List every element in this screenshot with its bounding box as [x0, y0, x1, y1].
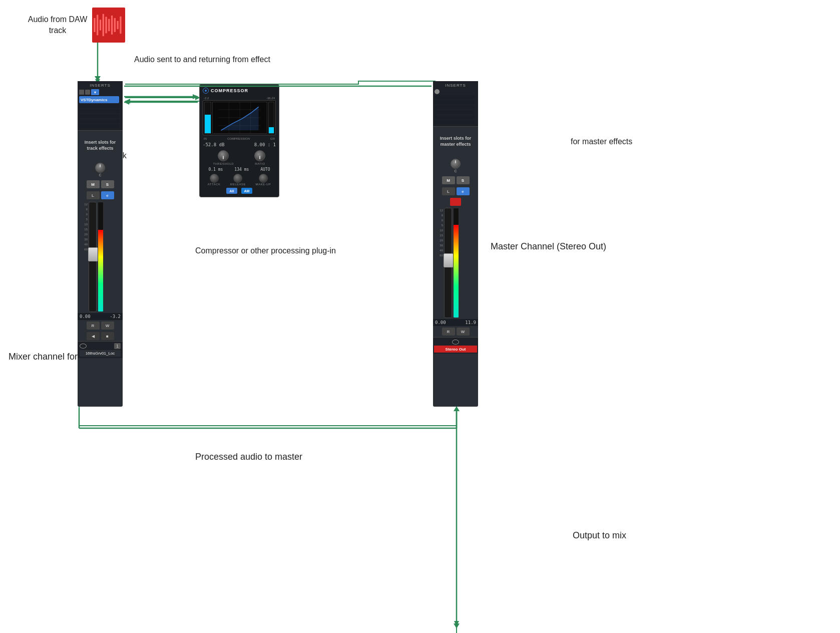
svg-rect-18: [120, 17, 121, 34]
svg-rect-17: [117, 21, 119, 29]
comp-release-time: 134 ms: [234, 167, 249, 172]
stereo-out-name: Stereo Out: [446, 347, 466, 352]
track-solo-button[interactable]: S: [101, 180, 114, 188]
master-eq-button[interactable]: e: [457, 187, 470, 195]
track-le-row: L e: [87, 191, 114, 199]
comp-release-label: RELEASE: [230, 183, 246, 186]
master-pan-label: C: [454, 169, 457, 173]
comp-threshold-val: -52.8 dB: [203, 142, 224, 147]
comp-attack-label: ATTACK: [208, 183, 221, 186]
comp-makeup-label: MAKE-UP: [255, 183, 271, 186]
master-rw-row: R W: [442, 328, 470, 336]
master-peak-value: 11.9: [465, 320, 476, 325]
master-inserts-label: INSERTS: [435, 83, 477, 88]
master-w-button[interactable]: W: [457, 328, 470, 336]
track-link-button[interactable]: L: [87, 191, 100, 199]
svg-rect-9: [94, 18, 95, 32]
comp-attack-group: ATTACK: [208, 174, 221, 186]
svg-marker-27: [95, 76, 101, 81]
compressor-label: Compressor or other processing plug-in: [195, 245, 336, 256]
daw-track-area: Audio from DAW track: [25, 5, 125, 45]
master-clip-indicator: [450, 198, 461, 206]
comp-in-val: -2.2: [204, 97, 209, 100]
svg-rect-14: [108, 19, 110, 32]
comp-ratio-label: RATIO: [255, 162, 265, 165]
audio-sent-label: Audio sent to and returning from effect: [134, 54, 270, 65]
master-inserts-section: INSERTS: [433, 81, 478, 127]
comp-gr-val: -36.24: [266, 97, 275, 100]
master-vu-meter: [453, 208, 459, 318]
track-fader-track[interactable]: [89, 202, 97, 312]
track-plugin-slot[interactable]: VSTDynamics: [79, 96, 119, 103]
comp-gr-label: GR: [270, 137, 275, 140]
comp-threshold-readout: -52.8 dB: [203, 142, 224, 147]
comp-meter-labels: IN COMPRESSION GR: [203, 137, 276, 140]
svg-marker-31: [124, 100, 129, 105]
master-r-button[interactable]: R: [442, 328, 455, 336]
master-fader-track[interactable]: [444, 208, 452, 318]
plugin-name: COMPRESSOR: [211, 88, 248, 93]
plugin-title: COMPRESSOR: [203, 88, 276, 94]
track-transport-row: ◀ ■: [87, 332, 114, 340]
track-mute-button[interactable]: M: [87, 180, 100, 188]
comp-compression-label: COMPRESSION: [227, 137, 250, 140]
comp-attack-time: 0.1 ms: [208, 167, 223, 172]
track-insert-slots-label: Insert slots for track effects: [80, 131, 120, 161]
track-fader-area: 12 6 0 5 10 15 20 30 40 60: [78, 201, 123, 313]
comp-release-val: 134 ms: [234, 167, 249, 172]
track-eq-button[interactable]: e: [101, 191, 114, 199]
comp-vu-in-fill: [205, 115, 211, 133]
track-fader-handle[interactable]: [88, 247, 98, 261]
comp-threshold-knob[interactable]: [218, 150, 229, 161]
svg-marker-36: [454, 406, 460, 411]
track-w-button[interactable]: W: [101, 322, 114, 330]
comp-auto-area: AUTO: [260, 167, 270, 172]
track-pan-label: C: [99, 173, 101, 177]
track-vu-meter: [98, 202, 104, 312]
plugin-power-button[interactable]: [203, 88, 209, 94]
master-mute-button[interactable]: M: [442, 176, 455, 184]
comp-knobs-row: THRESHOLD RATIO: [203, 150, 276, 165]
track-peak-value: -3.2: [110, 314, 121, 319]
comp-attack-knob[interactable]: [210, 174, 219, 183]
waveform-block: [92, 8, 125, 43]
svg-rect-10: [97, 15, 98, 35]
track-stop-button[interactable]: ■: [101, 332, 114, 340]
daw-track-label: Audio from DAW track: [25, 14, 90, 37]
output-to-mix-label: Output to mix: [573, 529, 626, 542]
track-vu-fill: [98, 230, 103, 312]
master-le-row: L e: [442, 187, 470, 195]
master-channel-strip: INSERTS Insert slots for master effects …: [433, 81, 478, 407]
svg-marker-8: [454, 621, 459, 626]
track-pan-knob[interactable]: [95, 163, 105, 173]
svg-rect-15: [111, 16, 113, 35]
comp-makeup-group: MAKE-UP: [255, 174, 271, 186]
master-fader-scale: 12 6 0 5 10 15 20 30 40 60: [435, 208, 443, 259]
comp-release-knob[interactable]: [233, 174, 242, 183]
comp-graph: [212, 102, 267, 134]
master-link-button[interactable]: L: [442, 187, 455, 195]
comp-in-label: IN: [204, 137, 207, 140]
master-fader-handle[interactable]: [444, 253, 454, 267]
comp-all-button[interactable]: All: [226, 188, 237, 194]
compressor-plugin: COMPRESSOR -2.2 -36.24: [199, 84, 279, 197]
track-r-button[interactable]: R: [87, 322, 100, 330]
master-solo-button[interactable]: S: [457, 176, 470, 184]
master-mute-solo-row: M S: [442, 176, 470, 184]
track-channel-name: 16thsGrv01_Loc: [80, 350, 121, 357]
svg-marker-5: [125, 99, 130, 104]
comp-am-button[interactable]: AM: [241, 188, 252, 194]
track-back-button[interactable]: ◀: [87, 332, 100, 340]
comp-ratio-val: 8.00 : 1: [254, 142, 276, 147]
comp-vu-in: [204, 102, 211, 134]
comp-readouts: -52.8 dB 8.00 : 1: [203, 142, 276, 147]
master-vu-fill: [454, 225, 459, 318]
comp-threshold-label: THRESHOLD: [213, 162, 234, 165]
track-fader-value: 0.00: [80, 314, 91, 319]
comp-bottom-row: ATTACK RELEASE MAKE-UP: [203, 174, 276, 186]
master-pan-area: C: [433, 159, 478, 173]
master-pan-knob[interactable]: [451, 159, 461, 169]
master-fader-value: 0.00: [435, 320, 446, 325]
comp-makeup-knob[interactable]: [259, 174, 268, 183]
comp-ratio-knob[interactable]: [254, 150, 265, 161]
